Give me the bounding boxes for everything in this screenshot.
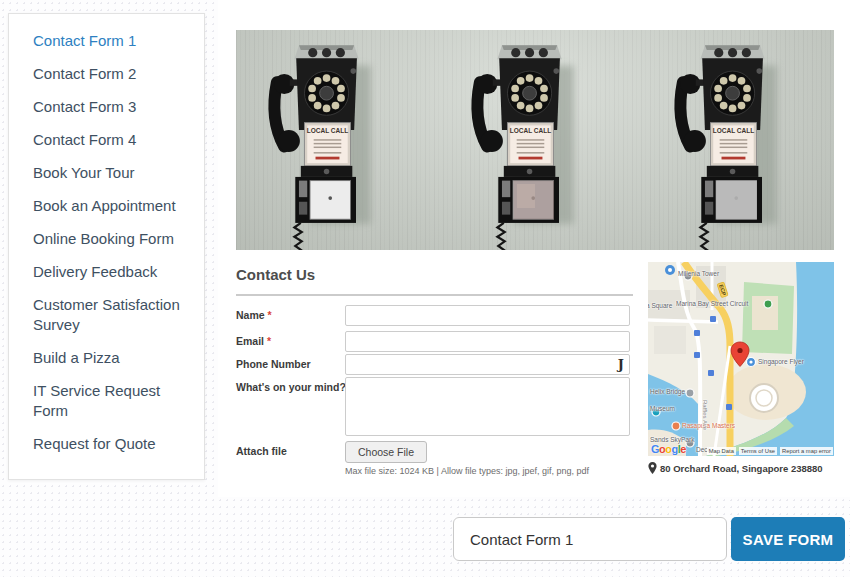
save-form-button[interactable]: SAVE FORM <box>731 517 845 561</box>
map-tiles <box>648 262 834 456</box>
local-call-text-3: LOCAL CALL <box>713 127 754 134</box>
sidebar-item-build-a-pizza[interactable]: Build a Pizza <box>33 348 190 368</box>
sidebar-item-book-your-tour[interactable]: Book Your Tour <box>33 163 190 183</box>
report-map-error-link[interactable]: Report a map error <box>780 447 833 455</box>
map-label-marina-square: a Square <box>648 302 672 309</box>
form-name-input[interactable] <box>453 517 727 561</box>
email-input[interactable] <box>345 331 630 352</box>
sidebar-item-contact-form-4[interactable]: Contact Form 4 <box>33 130 190 150</box>
form-list-sidebar: Contact Form 1 Contact Form 2 Contact Fo… <box>8 13 205 480</box>
map-address-row: 80 Orchard Road, Singapore 238880 <box>648 462 823 474</box>
sidebar-item-book-an-appointment[interactable]: Book an Appointment <box>33 196 190 216</box>
sidebar-item-request-for-quote[interactable]: Request for Quote <box>33 434 190 454</box>
message-textarea[interactable] <box>345 377 630 436</box>
phone-input[interactable] <box>345 354 630 375</box>
file-help-text: Max file size: 1024 KB | Allow file type… <box>345 466 589 476</box>
map-label-rasapura-masters: Rasapura Masters <box>682 422 735 429</box>
sidebar-item-contact-form-3[interactable]: Contact Form 3 <box>33 97 190 117</box>
google-logo[interactable]: Google <box>651 443 686 455</box>
map-label-sands-skypark: Sands SkyPark <box>650 436 694 443</box>
map-label-singapore-flyer: Singapore Flyer <box>758 358 804 365</box>
phone-label: Phone Number <box>236 358 311 370</box>
map-label-helix-bridge: Helix Bridge <box>650 388 685 395</box>
map-label-millenia-tower: Millenia Tower <box>678 270 719 277</box>
map-data-link[interactable]: Map Data <box>707 447 736 455</box>
sidebar-item-contact-form-1[interactable]: Contact Form 1 <box>33 31 190 51</box>
sidebar-item-customer-satisfaction-survey[interactable]: Customer Satisfaction Survey <box>33 295 190 335</box>
required-asterisk: * <box>265 309 272 321</box>
map-address-text: 80 Orchard Road, Singapore 238880 <box>660 463 823 474</box>
required-asterisk: * <box>264 335 271 347</box>
form-header-image: LOCAL CALL LOCAL CALL LOCAL CALL <box>236 30 834 250</box>
map-label-museum: Museum <box>650 405 675 412</box>
name-label: Name * <box>236 309 272 321</box>
attach-file-label: Attach file <box>236 445 287 457</box>
choose-file-button[interactable]: Choose File <box>345 441 427 463</box>
sidebar-item-it-service-request-form[interactable]: IT Service Request Form <box>33 381 190 421</box>
form-preview-title: Contact Us <box>236 266 315 283</box>
vintage-payphones-illustration: LOCAL CALL LOCAL CALL LOCAL CALL <box>236 30 834 250</box>
message-label: What's on your mind? * <box>236 381 353 393</box>
sidebar-item-contact-form-2[interactable]: Contact Form 2 <box>33 64 190 84</box>
sidebar-item-delivery-feedback[interactable]: Delivery Feedback <box>33 262 190 282</box>
local-call-text-2: LOCAL CALL <box>510 127 551 134</box>
map-attribution: Map Data Terms of Use Report a map error <box>707 447 833 455</box>
name-input[interactable] <box>345 305 630 326</box>
title-divider <box>236 294 633 296</box>
map-label-raffles-ave: Raffles Ave <box>702 400 708 430</box>
terms-of-use-link[interactable]: Terms of Use <box>739 447 777 455</box>
email-label: Email * <box>236 335 271 347</box>
google-map[interactable]: Millenia Tower a Square Marina Bay Stree… <box>648 262 834 456</box>
sidebar-item-online-booking-form[interactable]: Online Booking Form <box>33 229 190 249</box>
local-call-text-1: LOCAL CALL <box>307 127 348 134</box>
map-label-street-circuit: Marina Bay Street Circuit <box>676 300 748 307</box>
location-pin-icon <box>648 462 657 474</box>
